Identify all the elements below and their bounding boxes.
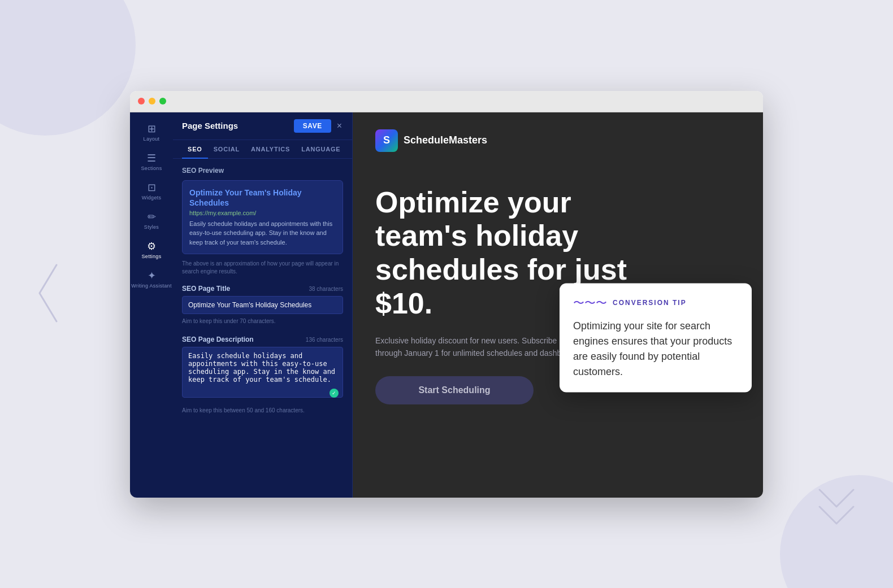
styles-icon: ✏ [148, 212, 156, 222]
panel-content: SEO Preview Optimize Your Team's Holiday… [173, 159, 352, 498]
desc-field-chars: 136 characters [306, 337, 343, 343]
save-button[interactable]: SAVE [294, 119, 331, 133]
bg-shape-tl [0, 0, 136, 136]
preview-area: S ScheduleMasters Optimize your team's h… [353, 112, 763, 498]
browser-dot-green [159, 98, 166, 104]
title-field-chars: 38 characters [309, 286, 343, 292]
sidebar-item-writing-assistant[interactable]: ✦ Writing Assistant [130, 265, 173, 295]
writing-assistant-icon: ✦ [148, 271, 156, 281]
browser-dot-yellow [149, 98, 155, 104]
tip-header: 〜〜〜 CONVERSION TIP [573, 295, 738, 311]
conversion-tip: 〜〜〜 CONVERSION TIP Optimizing your site … [560, 283, 752, 392]
tab-seo[interactable]: SEO [182, 140, 208, 159]
panel-header: Page Settings SAVE × [173, 112, 352, 140]
sidebar-item-settings[interactable]: ⚙ Settings [130, 236, 173, 265]
site-name: ScheduleMasters [404, 134, 487, 146]
site-header: S ScheduleMasters [375, 129, 740, 152]
hero-subtext: Exclusive holiday discount for new users… [375, 334, 590, 360]
panel-actions: SAVE × [294, 119, 343, 133]
browser-dot-red [138, 98, 145, 104]
browser-titlebar [130, 91, 763, 112]
tab-language[interactable]: LANGUAGE [296, 140, 346, 159]
bg-arrow-right [814, 484, 859, 532]
tip-body: Optimizing your site for search engines … [573, 319, 738, 380]
tab-social[interactable]: SOCIAL [208, 140, 245, 159]
sidebar-item-sections[interactable]: ☰ Sections [130, 147, 173, 177]
cta-button[interactable]: Start Scheduling [375, 376, 534, 404]
panel-title: Page Settings [182, 121, 238, 130]
close-button[interactable]: × [336, 120, 343, 132]
seo-hint: The above is an approximation of how you… [182, 260, 343, 276]
browser-body: ⊞ Layout ☰ Sections ⊡ Widgets ✏ Styles ⚙… [130, 112, 763, 498]
title-field-label: SEO Page Title [182, 285, 230, 293]
desc-field-label: SEO Page Description [182, 336, 254, 343]
panel-tabs: SEO SOCIAL ANALYTICS LANGUAGE [173, 140, 352, 159]
seo-title-input[interactable] [182, 296, 343, 314]
site-logo: S [375, 129, 398, 152]
wave-icon: 〜〜〜 [573, 295, 607, 311]
browser-window: ⊞ Layout ☰ Sections ⊡ Widgets ✏ Styles ⚙… [130, 91, 763, 498]
desc-field-hint: Aim to keep this between 50 and 160 char… [182, 407, 343, 415]
sidebar-item-styles[interactable]: ✏ Styles [130, 206, 173, 236]
seo-preview-title: Optimize Your Team's Holiday Schedules [189, 188, 336, 208]
sections-icon: ☰ [147, 153, 156, 163]
desc-textarea-wrapper: Easily schedule holidays and appointment… [182, 347, 343, 403]
sidebar-item-widgets[interactable]: ⊡ Widgets [130, 177, 173, 206]
seo-preview-box: Optimize Your Team's Holiday Schedules h… [182, 180, 343, 255]
tab-analytics[interactable]: ANALYTICS [245, 140, 296, 159]
title-field-row: SEO Page Title 38 characters [182, 285, 343, 293]
seo-preview-url: https://my.example.com/ [189, 210, 336, 216]
layout-icon: ⊞ [148, 124, 156, 134]
tip-title: CONVERSION TIP [613, 299, 687, 307]
settings-panel: Page Settings SAVE × SEO SOCIAL ANALYTIC… [173, 112, 353, 498]
widgets-icon: ⊡ [148, 182, 156, 193]
seo-preview-desc: Easily schedule holidays and appointment… [189, 219, 336, 247]
desc-field-row: SEO Page Description 136 characters [182, 336, 343, 343]
title-field-hint: Aim to keep this under 70 characters. [182, 317, 343, 325]
settings-icon: ⚙ [147, 241, 156, 251]
sidebar-item-layout[interactable]: ⊞ Layout [130, 118, 173, 147]
preview-content: S ScheduleMasters Optimize your team's h… [353, 112, 763, 498]
seo-section-label: SEO Preview [182, 167, 343, 175]
seo-description-textarea[interactable]: Easily schedule holidays and appointment… [182, 347, 343, 398]
icon-sidebar: ⊞ Layout ☰ Sections ⊡ Widgets ✏ Styles ⚙… [130, 112, 173, 498]
bg-arrow-left [34, 259, 62, 329]
